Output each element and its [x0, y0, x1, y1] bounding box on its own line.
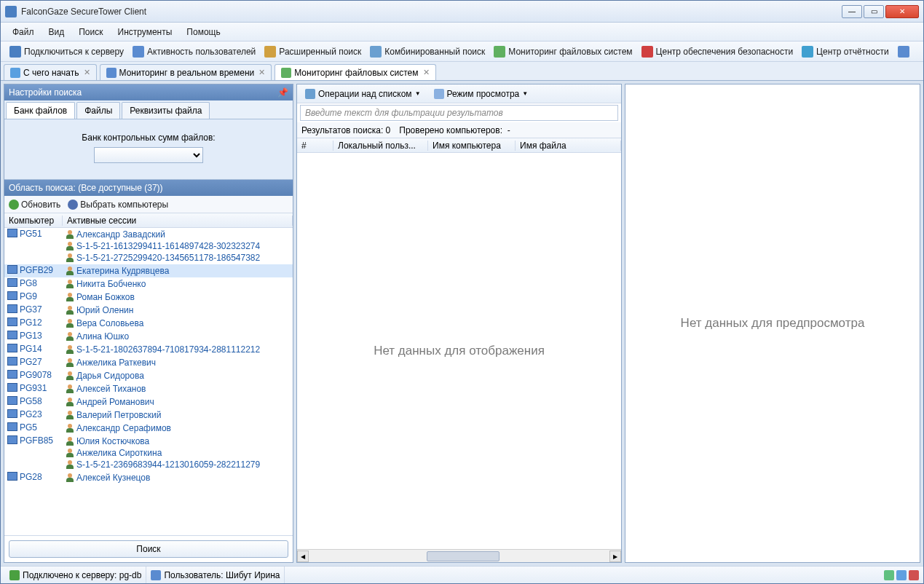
sessions-cell: Валерий Петровский	[63, 409, 293, 422]
computer-row[interactable]: PGFB29Екатерина Кудрявцева	[4, 264, 293, 277]
list-operations-dropdown[interactable]: Операции над списком ▼	[300, 87, 426, 101]
computer-name: PG51	[20, 229, 42, 239]
action-row: Обновить Выбрать компьютеры	[4, 196, 293, 213]
toolbar-3[interactable]: Комбинированный поиск	[366, 44, 489, 59]
chevron-down-icon: ▼	[522, 90, 528, 97]
computer-cell: PG27	[4, 356, 63, 369]
session-line[interactable]: Вера Соловьева	[66, 317, 290, 329]
computer-row[interactable]: PG28Алексей Кузнецов	[4, 471, 293, 484]
computer-row[interactable]: PG51Александр ЗавадскийS-1-5-21-16132994…	[4, 228, 293, 264]
computer-row[interactable]: PG8Никита Бобченко	[4, 277, 293, 291]
session-line[interactable]: Алина Юшко	[66, 331, 290, 342]
computer-row[interactable]: PG37Юрий Оленин	[4, 304, 293, 317]
computer-row[interactable]: PG12Вера Соловьева	[4, 317, 293, 330]
session-line[interactable]: Андрей Романович	[66, 396, 290, 408]
toolbar-1[interactable]: Активность пользователей	[128, 44, 260, 59]
tab-files[interactable]: Файлы	[76, 102, 120, 119]
session-line[interactable]: S-1-5-21-2725299420-1345651178-186547382	[66, 252, 290, 264]
tab-label: Мониторинг в реальном времени	[119, 68, 255, 78]
user-icon	[66, 319, 74, 328]
session-line[interactable]: S-1-5-21-2369683944-1213016059-282211279	[66, 459, 290, 470]
menu-tools[interactable]: Инструменты	[111, 25, 180, 39]
menu-view[interactable]: Вид	[42, 25, 72, 39]
refresh-link[interactable]: Обновить	[9, 200, 60, 210]
session-line[interactable]: Алексей Кузнецов	[66, 472, 290, 484]
col-local-user[interactable]: Локальный польз...	[333, 141, 428, 151]
col-host[interactable]: Имя компьютера	[428, 141, 516, 151]
toolbar-more[interactable]	[893, 44, 917, 59]
menu-help[interactable]: Помощь	[179, 25, 227, 39]
bank-select[interactable]	[94, 147, 203, 163]
session-line[interactable]: S-1-5-21-1613299411-1614897428-302323274	[66, 240, 290, 252]
toolbar-0[interactable]: Подключиться к серверу	[5, 44, 128, 59]
toolbar-2[interactable]: Расширенный поиск	[260, 44, 366, 59]
status-icon-1[interactable]	[884, 570, 894, 580]
horizontal-scrollbar[interactable]: ◀ ▶	[297, 549, 621, 562]
scroll-left-arrow[interactable]: ◀	[297, 551, 309, 562]
computer-row[interactable]: PG5Александр Серафимов	[4, 422, 293, 435]
col-sessions[interactable]: Активные сессии	[63, 216, 293, 226]
col-filename[interactable]: Имя файла	[516, 141, 621, 151]
toolbar-5[interactable]: Центр обеспечения безопасности	[637, 44, 798, 59]
minimize-button[interactable]: —	[842, 5, 862, 18]
computer-row[interactable]: PG58Андрей Романович	[4, 395, 293, 409]
toolbar-6[interactable]: Центр отчётности	[797, 44, 893, 59]
session-line[interactable]: S-1-5-21-1802637894-710817934-2881112212	[66, 344, 290, 355]
computer-row[interactable]: PG931Алексей Тиханов	[4, 382, 293, 395]
menu-file[interactable]: Файл	[5, 25, 42, 39]
pc-icon	[7, 265, 17, 274]
tab-close-icon[interactable]: ✕	[84, 68, 90, 77]
computer-name: PGFB29	[20, 265, 53, 275]
filter-input[interactable]: Введите текст для фильтрации результатов	[300, 105, 618, 121]
computer-row[interactable]: PGFB85Юлия КостючковаАнжелика СироткинаS…	[4, 435, 293, 471]
view-mode-dropdown[interactable]: Режим просмотра ▼	[429, 87, 534, 101]
session-name: Вера Соловьева	[76, 318, 143, 328]
document-tab-0[interactable]: С чего начать✕	[4, 64, 97, 80]
computer-row[interactable]: PG27Анжелика Раткевич	[4, 356, 293, 369]
tab-props[interactable]: Реквизиты файла	[122, 102, 210, 119]
session-line[interactable]: Роман Божков	[66, 291, 290, 303]
session-line[interactable]: Юрий Оленин	[66, 304, 290, 316]
computer-row[interactable]: PG14S-1-5-21-1802637894-710817934-288111…	[4, 343, 293, 356]
scroll-right-arrow[interactable]: ▶	[609, 551, 621, 562]
session-line[interactable]: Анжелика Сироткина	[66, 447, 290, 459]
tab-close-icon[interactable]: ✕	[258, 68, 265, 77]
session-line[interactable]: Екатерина Кудрявцева	[66, 265, 290, 277]
maximize-button[interactable]: ▭	[864, 5, 884, 18]
computer-row[interactable]: PG23Валерий Петровский	[4, 409, 293, 422]
select-computers-link[interactable]: Выбрать компьютеры	[68, 200, 168, 210]
document-tab-1[interactable]: Мониторинг в реальном времени✕	[100, 64, 272, 80]
menu-search[interactable]: Поиск	[71, 25, 110, 39]
computer-row[interactable]: PG9078Дарья Сидорова	[4, 369, 293, 382]
main-toolbar: Подключиться к серверуАктивность пользов…	[1, 42, 923, 62]
col-computer[interactable]: Компьютер	[4, 216, 63, 226]
close-button[interactable]: ✕	[885, 5, 919, 18]
session-line[interactable]: Юлия Костючкова	[66, 435, 290, 447]
session-line[interactable]: Валерий Петровский	[66, 409, 290, 421]
computer-row[interactable]: PG9Роман Божков	[4, 291, 293, 304]
status-icon-2[interactable]	[896, 570, 907, 580]
tab-bank[interactable]: Банк файлов	[6, 102, 75, 119]
document-tabs: С чего начать✕Мониторинг в реальном врем…	[1, 62, 923, 81]
session-name: Юлия Костючкова	[76, 436, 149, 446]
search-button[interactable]: Поиск	[9, 540, 288, 558]
session-line[interactable]: Никита Бобченко	[66, 278, 290, 290]
session-line[interactable]: Александр Серафимов	[66, 422, 290, 434]
sessions-cell: S-1-5-21-1802637894-710817934-2881112212	[63, 343, 293, 356]
session-line[interactable]: Дарья Сидорова	[66, 370, 290, 382]
session-line[interactable]: Алексей Тиханов	[66, 383, 290, 395]
pc-icon	[7, 331, 17, 339]
session-line[interactable]: Александр Завадский	[66, 229, 290, 240]
toolbar-4[interactable]: Мониторинг файловых систем	[489, 44, 636, 59]
scroll-thumb[interactable]	[427, 551, 499, 561]
toolbar-label: Расширенный поиск	[279, 47, 361, 57]
computer-list[interactable]: PG51Александр ЗавадскийS-1-5-21-16132994…	[4, 228, 293, 535]
computer-cell: PG9078	[4, 369, 63, 382]
document-tab-2[interactable]: Мониторинг файловых систем✕	[275, 64, 435, 80]
tab-close-icon[interactable]: ✕	[423, 68, 430, 77]
status-icon-3[interactable]	[909, 570, 919, 580]
computer-row[interactable]: PG13Алина Юшко	[4, 330, 293, 343]
col-number[interactable]: #	[297, 141, 333, 151]
session-line[interactable]: Анжелика Раткевич	[66, 357, 290, 368]
pin-icon[interactable]: 📌	[277, 87, 288, 98]
